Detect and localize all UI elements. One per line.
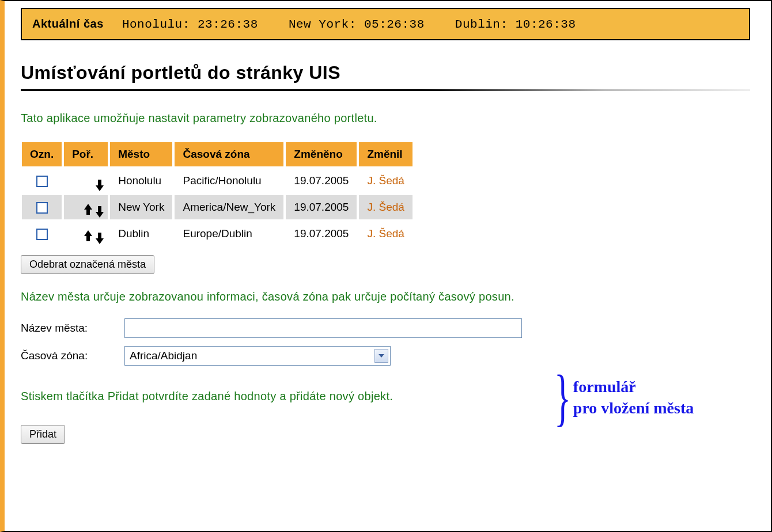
arrow-down-icon[interactable] bbox=[90, 174, 100, 187]
cell-date: 19.07.2005 bbox=[286, 195, 357, 219]
cell-zone: America/New_York bbox=[175, 195, 283, 219]
cell-date: 19.07.2005 bbox=[286, 222, 357, 246]
col-zona: Časová zóna bbox=[175, 142, 283, 166]
cell-zone: Europe/Dublin bbox=[175, 222, 283, 246]
help-text-1: Název města určuje zobrazovanou informac… bbox=[21, 290, 750, 303]
col-zmeneno: Změněno bbox=[286, 142, 357, 166]
add-button[interactable]: Přidat bbox=[21, 425, 65, 444]
col-por: Poř. bbox=[64, 142, 108, 166]
page-title: Umísťování portletů do stránky UIS bbox=[21, 62, 750, 83]
brace-icon: } bbox=[554, 371, 571, 425]
current-time-bar: Aktuální čas Honolulu: 23:26:38 New York… bbox=[21, 8, 750, 40]
form-annotation: } formulář pro vložení města bbox=[547, 371, 694, 425]
arrow-up-icon[interactable] bbox=[79, 227, 88, 240]
arrow-down-icon[interactable] bbox=[90, 227, 100, 240]
row-checkbox[interactable] bbox=[36, 202, 48, 214]
arrow-down-icon[interactable] bbox=[90, 201, 100, 214]
title-divider bbox=[21, 89, 750, 91]
table-row: Honolulu Pacific/Honolulu 19.07.2005 J. … bbox=[22, 169, 413, 193]
clock-dublin: Dublin: 10:26:38 bbox=[455, 18, 576, 31]
cell-user[interactable]: J. Šedá bbox=[359, 222, 412, 246]
timezone-label: Časová zóna: bbox=[21, 349, 124, 362]
col-mesto: Město bbox=[110, 142, 172, 166]
clock-newyork: New York: 05:26:38 bbox=[289, 18, 432, 31]
timezone-select[interactable]: Africa/Abidjan bbox=[124, 346, 391, 366]
intro-text: Tato aplikace umožňuje nastavit parametr… bbox=[21, 112, 750, 125]
arrow-up-icon[interactable] bbox=[79, 201, 88, 214]
table-row: New York America/New_York 19.07.2005 J. … bbox=[22, 195, 413, 219]
col-zmenil: Změnil bbox=[359, 142, 412, 166]
cell-city: Dublin bbox=[110, 222, 172, 246]
remove-selected-button[interactable]: Odebrat označená města bbox=[21, 255, 154, 274]
table-row: Dublin Europe/Dublin 19.07.2005 J. Šedá bbox=[22, 222, 413, 246]
cities-table: Ozn. Poř. Město Časová zóna Změněno Změn… bbox=[20, 140, 415, 248]
cell-user[interactable]: J. Šedá bbox=[359, 169, 412, 193]
row-checkbox[interactable] bbox=[36, 229, 48, 240]
cell-date: 19.07.2005 bbox=[286, 169, 357, 193]
cell-user[interactable]: J. Šedá bbox=[359, 195, 412, 219]
col-ozn: Ozn. bbox=[22, 142, 62, 166]
timezone-select-value: Africa/Abidjan bbox=[130, 349, 197, 362]
cell-zone: Pacific/Honolulu bbox=[175, 169, 283, 193]
clock-honolulu: Honolulu: 23:26:38 bbox=[122, 18, 266, 31]
chevron-down-icon[interactable] bbox=[374, 349, 388, 363]
city-name-input[interactable] bbox=[124, 318, 522, 338]
time-bar-label: Aktuální čas bbox=[32, 17, 104, 30]
cell-city: Honolulu bbox=[110, 169, 172, 193]
table-header-row: Ozn. Poř. Město Časová zóna Změněno Změn… bbox=[22, 142, 413, 166]
cell-city: New York bbox=[110, 195, 172, 219]
city-name-label: Název města: bbox=[21, 322, 124, 335]
row-checkbox[interactable] bbox=[36, 176, 48, 187]
